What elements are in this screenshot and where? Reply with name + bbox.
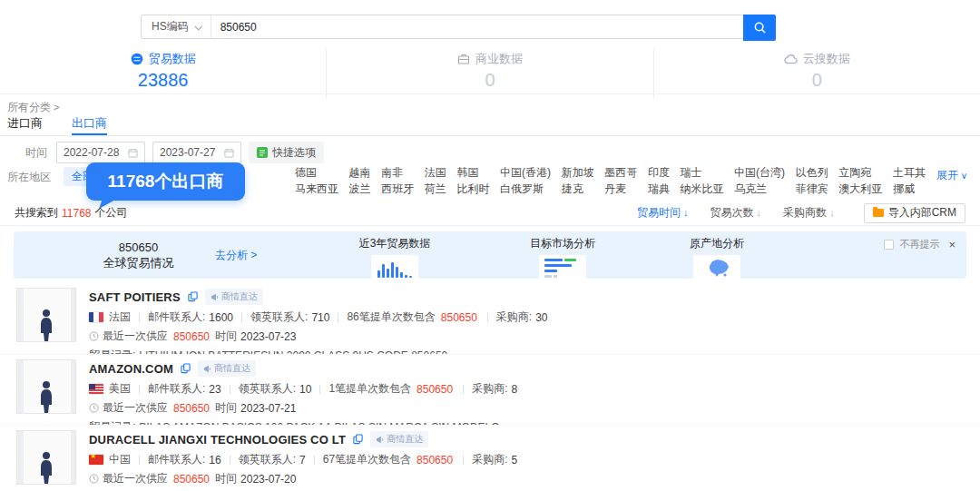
expand-regions-link[interactable]: 展开 [936,168,967,183]
region-option[interactable]: 捷克 [562,183,594,195]
region-option-column: 中国(台湾) 乌克兰 [734,167,785,195]
recent-supply-date: 2023-07-20 [240,473,296,486]
linkedin-contacts-label: 领英联系人: [239,452,296,467]
company-card[interactable]: DURACELL JIANGXI TECHNOLOGIES CO LT 商情直达… [0,425,980,488]
region-option[interactable]: 韩国 [456,167,489,179]
tab-importers[interactable]: 进口商 [7,115,43,135]
data-source-tabs: 贸易数据 23886 商业数据 0 云搜数据 0 [0,48,980,98]
horizontal-bar-chart-icon [539,255,586,280]
copy-icon[interactable] [181,363,191,374]
summary-item-origin[interactable]: 原产地分析 [662,236,771,280]
region-option[interactable]: 南非 [381,167,414,179]
import-crm-button[interactable]: 导入内部CRM [864,203,965,223]
region-option[interactable]: 西班牙 [381,183,414,195]
date-end-input[interactable]: 2023-07-27 [152,142,241,163]
region-option[interactable]: 挪威 [893,183,926,195]
date-start-input[interactable]: 2022-07-28 [56,142,145,163]
dont-show-again-checkbox[interactable] [884,240,894,250]
region-option[interactable]: 丹麦 [604,183,637,195]
company-badge[interactable]: 商情直达 [370,431,428,447]
buyers-label: 采购商: [472,381,507,397]
region-option[interactable]: 比利时 [456,183,489,195]
region-option[interactable]: 土耳其 [893,167,926,179]
quick-options-button[interactable]: 快捷选项 [249,142,324,163]
summary-item-trade-3y[interactable]: 近3年贸易数据 [340,236,449,280]
email-contacts-label: 邮件联系人: [148,381,205,397]
company-name[interactable]: SAFT POITIERS [89,290,181,304]
recent-supply-time-word: 时间 [215,329,237,344]
company-card[interactable]: AMAZON.COM 商情直达 美国 邮件联系人: 23 领英联系人: 10 [0,354,980,417]
sort-by-buyer-count[interactable]: 采购商数 [783,205,835,221]
folder-icon [873,209,884,217]
trader-type-tabs: 进口商 出口商 [0,115,980,136]
company-photo [16,430,76,485]
company-badge[interactable]: 商情直达 [205,289,263,305]
search-category-select[interactable]: HS编码 [142,15,211,38]
region-option[interactable]: 印度 [648,167,670,179]
map-icon [693,255,740,280]
company-name[interactable]: DURACELL JIANGXI TECHNOLOGIES CO LT [89,433,346,447]
region-option[interactable]: 越南 [349,167,371,179]
sort-controls: 贸易时间 贸易次数 采购商数 导入内部CRM [637,203,965,223]
region-option[interactable]: 白俄罗斯 [500,183,551,195]
sort-by-trade-time[interactable]: 贸易时间 [637,205,689,221]
summary-item-target-market[interactable]: 目标市场分析 [508,236,617,280]
region-option[interactable]: 墨西哥 [604,167,637,179]
go-analyze-link[interactable]: 去分析 [215,248,257,263]
region-option[interactable]: 澳大利亚 [838,183,882,195]
region-option-column: 南非 西班牙 [381,167,414,195]
breadcrumb[interactable]: 所有分类 [7,100,59,115]
cloud-search-data-label: 云搜数据 [803,51,850,67]
search-button[interactable] [743,15,776,41]
company-name[interactable]: AMAZON.COM [89,362,173,376]
cloud-search-data-count: 0 [654,70,980,91]
trade-data-count: 23886 [0,70,326,91]
region-option[interactable]: 瑞典 [648,183,670,195]
tab-trade-data[interactable]: 贸易数据 23886 [0,48,326,98]
tab-business-data[interactable]: 商业数据 0 [326,48,652,98]
divider [230,456,230,465]
shipments-text: 86笔提单次数包含 [347,309,435,325]
divider [241,313,242,322]
tab-exporters[interactable]: 出口商 [72,115,107,135]
clock-icon [89,403,99,413]
region-option[interactable]: 新加坡 [562,167,594,179]
sort-by-trade-count[interactable]: 贸易次数 [710,205,762,221]
region-option[interactable]: 德国 [295,167,338,179]
region-option[interactable]: 荷兰 [425,183,446,195]
region-option[interactable]: 立陶宛 [838,167,882,179]
region-option[interactable]: 瑞士 [680,167,723,179]
person-icon [37,309,55,341]
company-card[interactable]: SAFT POITIERS 商情直达 法国 邮件联系人: 1600 领英联系人: [0,283,980,347]
region-option[interactable]: 马来西亚 [295,183,338,195]
company-badge[interactable]: 商情直达 [198,360,256,377]
summary-title: 全球贸易情况 [77,255,200,270]
copy-icon[interactable] [188,291,198,302]
divider [230,385,230,394]
summary-hs-code: 850650 [77,240,200,255]
email-contacts-value: 23 [209,383,220,396]
time-filter-row: 时间 2022-07-28 2023-07-27 快捷选项 [25,142,324,163]
region-option[interactable]: 中国(香港) [500,167,551,179]
email-contacts-value: 16 [209,454,220,466]
region-option[interactable]: 以色列 [796,167,828,179]
region-option-column: 印度 瑞典 [648,167,670,195]
region-option[interactable]: 纳米比亚 [680,183,723,195]
email-contacts-value: 1600 [209,311,233,324]
region-option[interactable]: 菲律宾 [796,183,828,195]
copy-icon[interactable] [353,434,363,445]
summary-card: 850650 全球贸易情况 去分析 近3年贸易数据 目标市场分析 原产地分析 [14,231,966,279]
tab-cloud-search-data[interactable]: 云搜数据 0 [653,48,980,98]
region-option[interactable]: 乌克兰 [734,183,785,195]
exporter-count-text: 11768个出口商 [108,172,224,191]
search-input[interactable] [211,15,775,38]
region-option[interactable]: 中国(台湾) [734,167,785,179]
region-option[interactable]: 法国 [425,167,446,179]
company-badge-label: 商情直达 [214,362,250,375]
close-icon[interactable] [948,238,956,251]
region-option[interactable]: 波兰 [349,183,371,195]
trade-data-icon [131,53,143,65]
hs-code-value: 850650 [441,311,477,324]
search-icon [753,21,767,34]
summary-item-label: 原产地分析 [662,236,771,251]
